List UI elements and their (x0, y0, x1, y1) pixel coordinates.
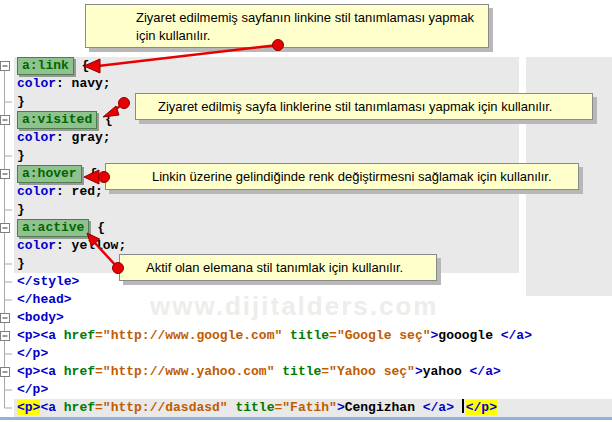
code-token: > (337, 400, 345, 415)
code-line: a:link { (0, 57, 612, 75)
code-token: } (17, 148, 25, 163)
code-token: ="Google seç" (329, 328, 430, 343)
code-token: : red; (56, 184, 103, 199)
code-token: yahoo (423, 364, 470, 379)
code-token: ="Yahoo seç" (321, 364, 415, 379)
code-line: color: gray; (0, 129, 612, 147)
code-editor-screenshot: www.dijitalders.com a:link {color: navy;… (0, 0, 612, 422)
code-token: title (282, 364, 321, 379)
code-line: <p><a href="http://dasdasd" title="Fatih… (0, 399, 612, 417)
callout-text: Aktif olan elemana stil tanımlak için ku… (146, 255, 436, 281)
code-token: </head> (17, 292, 72, 307)
code-token: ="http://www.yahoo.com" (95, 364, 274, 379)
code-token: ="http://www.google.com" (95, 328, 282, 343)
code-line: </p> (0, 345, 612, 363)
code-line: <p><a href="http://www.yahoo.com" title=… (0, 363, 612, 381)
code-token: Cengizhan (345, 400, 423, 415)
text-cursor (462, 399, 464, 413)
callout-a-link: Ziyaret edilmemiş sayfanın linkine stil … (85, 4, 489, 48)
code-token: ="http://dasdasd" (95, 400, 228, 415)
code-line: <p><a href="http://www.google.com" title… (0, 327, 612, 345)
code-token: <p><a (17, 364, 64, 379)
callout-a-visited: Ziyaret edilmiş sayfa linklerine stil ta… (135, 93, 593, 120)
code-line: </head> (0, 291, 612, 309)
window-bottom-border (0, 417, 612, 420)
code-token: { (97, 112, 113, 127)
code-token: } (17, 94, 25, 109)
code-token: </a> (423, 400, 454, 415)
code-token: </p> (17, 346, 48, 361)
callout-a-active: Aktif olan elemana stil tanımlak için ku… (119, 254, 437, 281)
code-token: color (17, 238, 56, 253)
callout-text: Linkin üzerine gelindiğinde renk değişti… (152, 164, 578, 190)
code-token: > (415, 364, 423, 379)
code-token (454, 400, 462, 415)
code-token: { (89, 220, 105, 235)
code-token: href (64, 364, 95, 379)
code-token: </a> (501, 328, 532, 343)
code-token: ="Fatih" (274, 400, 336, 415)
code-line: </p> (0, 381, 612, 399)
callout-text: Ziyaret edilmiş sayfa linklerine stil ta… (158, 94, 592, 120)
selector-highlight-box: a:hover (17, 165, 82, 183)
code-token: : yellow; (56, 238, 126, 253)
code-token: : navy; (56, 76, 111, 91)
code-token: </p> (17, 382, 48, 397)
code-line: color: navy; (0, 75, 612, 93)
code-token: { (82, 166, 98, 181)
code-token: <body> (17, 310, 64, 325)
selector-highlight-box: a:active (17, 219, 89, 237)
callout-text: Ziyaret edilmemiş sayfanın linkine stil … (136, 9, 480, 45)
code-line: } (0, 201, 612, 219)
code-line: color: yellow; (0, 237, 612, 255)
code-token: href (64, 400, 95, 415)
code-token: { (74, 58, 90, 73)
selector-highlight-box: a:visited (17, 111, 97, 129)
code-token: : gray; (56, 130, 111, 145)
code-token: title (235, 400, 274, 415)
code-token: gooogle (438, 328, 500, 343)
code-token: } (17, 202, 25, 217)
code-token: </p> (466, 400, 497, 415)
code-token (282, 328, 290, 343)
code-line: a:active { (0, 219, 612, 237)
selector-highlight-box: a:link (17, 57, 74, 75)
code-token: color (17, 130, 56, 145)
callout-a-hover: Linkin üzerine gelindiğinde renk değişti… (105, 163, 579, 190)
code-token: title (290, 328, 329, 343)
code-token: <p><a (17, 328, 64, 343)
code-token: <p> (17, 400, 40, 415)
code-token: } (17, 256, 25, 271)
code-token: </style> (17, 274, 79, 289)
code-token: <a (40, 400, 63, 415)
code-token: color (17, 76, 56, 91)
code-token: </a> (470, 364, 501, 379)
code-token: href (64, 328, 95, 343)
code-token: color (17, 184, 56, 199)
code-line: <body> (0, 309, 612, 327)
